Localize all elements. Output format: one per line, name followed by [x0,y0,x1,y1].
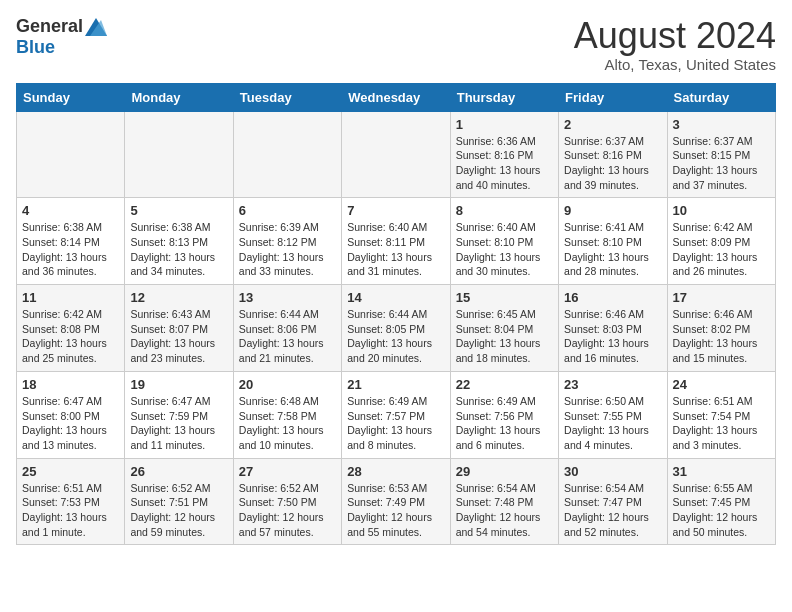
day-number: 8 [456,203,553,218]
day-number: 4 [22,203,119,218]
calendar-header-friday: Friday [559,83,667,111]
day-info: Sunrise: 6:38 AMSunset: 8:13 PMDaylight:… [130,220,227,279]
calendar-cell: 17Sunrise: 6:46 AMSunset: 8:02 PMDayligh… [667,285,775,372]
day-number: 25 [22,464,119,479]
day-number: 31 [673,464,770,479]
day-number: 18 [22,377,119,392]
calendar-week-row: 11Sunrise: 6:42 AMSunset: 8:08 PMDayligh… [17,285,776,372]
calendar-cell: 29Sunrise: 6:54 AMSunset: 7:48 PMDayligh… [450,458,558,545]
calendar-cell: 6Sunrise: 6:39 AMSunset: 8:12 PMDaylight… [233,198,341,285]
day-info: Sunrise: 6:39 AMSunset: 8:12 PMDaylight:… [239,220,336,279]
day-info: Sunrise: 6:48 AMSunset: 7:58 PMDaylight:… [239,394,336,453]
day-info: Sunrise: 6:41 AMSunset: 8:10 PMDaylight:… [564,220,661,279]
page-header: General Blue August 2024 Alto, Texas, Un… [16,16,776,73]
logo: General Blue [16,16,107,58]
day-number: 2 [564,117,661,132]
day-number: 21 [347,377,444,392]
day-info: Sunrise: 6:52 AMSunset: 7:51 PMDaylight:… [130,481,227,540]
day-info: Sunrise: 6:42 AMSunset: 8:09 PMDaylight:… [673,220,770,279]
calendar-header-wednesday: Wednesday [342,83,450,111]
day-info: Sunrise: 6:52 AMSunset: 7:50 PMDaylight:… [239,481,336,540]
day-number: 22 [456,377,553,392]
calendar-cell: 19Sunrise: 6:47 AMSunset: 7:59 PMDayligh… [125,371,233,458]
day-info: Sunrise: 6:45 AMSunset: 8:04 PMDaylight:… [456,307,553,366]
calendar-week-row: 25Sunrise: 6:51 AMSunset: 7:53 PMDayligh… [17,458,776,545]
day-info: Sunrise: 6:44 AMSunset: 8:05 PMDaylight:… [347,307,444,366]
calendar-cell: 18Sunrise: 6:47 AMSunset: 8:00 PMDayligh… [17,371,125,458]
calendar-cell [233,111,341,198]
calendar-header-row: SundayMondayTuesdayWednesdayThursdayFrid… [17,83,776,111]
day-number: 15 [456,290,553,305]
day-number: 19 [130,377,227,392]
day-info: Sunrise: 6:42 AMSunset: 8:08 PMDaylight:… [22,307,119,366]
day-number: 14 [347,290,444,305]
calendar-week-row: 18Sunrise: 6:47 AMSunset: 8:00 PMDayligh… [17,371,776,458]
day-number: 13 [239,290,336,305]
day-info: Sunrise: 6:51 AMSunset: 7:53 PMDaylight:… [22,481,119,540]
day-info: Sunrise: 6:49 AMSunset: 7:57 PMDaylight:… [347,394,444,453]
calendar-cell: 22Sunrise: 6:49 AMSunset: 7:56 PMDayligh… [450,371,558,458]
day-info: Sunrise: 6:38 AMSunset: 8:14 PMDaylight:… [22,220,119,279]
day-number: 27 [239,464,336,479]
calendar-cell: 10Sunrise: 6:42 AMSunset: 8:09 PMDayligh… [667,198,775,285]
calendar-cell: 21Sunrise: 6:49 AMSunset: 7:57 PMDayligh… [342,371,450,458]
day-info: Sunrise: 6:46 AMSunset: 8:03 PMDaylight:… [564,307,661,366]
day-info: Sunrise: 6:53 AMSunset: 7:49 PMDaylight:… [347,481,444,540]
calendar-header-thursday: Thursday [450,83,558,111]
calendar-cell [125,111,233,198]
day-number: 3 [673,117,770,132]
page-subtitle: Alto, Texas, United States [574,56,776,73]
day-number: 5 [130,203,227,218]
calendar-cell: 8Sunrise: 6:40 AMSunset: 8:10 PMDaylight… [450,198,558,285]
day-info: Sunrise: 6:36 AMSunset: 8:16 PMDaylight:… [456,134,553,193]
calendar-cell: 23Sunrise: 6:50 AMSunset: 7:55 PMDayligh… [559,371,667,458]
day-info: Sunrise: 6:40 AMSunset: 8:10 PMDaylight:… [456,220,553,279]
day-info: Sunrise: 6:50 AMSunset: 7:55 PMDaylight:… [564,394,661,453]
day-number: 9 [564,203,661,218]
calendar-cell: 14Sunrise: 6:44 AMSunset: 8:05 PMDayligh… [342,285,450,372]
calendar-header-tuesday: Tuesday [233,83,341,111]
day-number: 20 [239,377,336,392]
day-number: 30 [564,464,661,479]
day-number: 29 [456,464,553,479]
day-info: Sunrise: 6:47 AMSunset: 8:00 PMDaylight:… [22,394,119,453]
calendar-cell: 20Sunrise: 6:48 AMSunset: 7:58 PMDayligh… [233,371,341,458]
logo-general-text: General [16,16,83,37]
day-info: Sunrise: 6:47 AMSunset: 7:59 PMDaylight:… [130,394,227,453]
calendar-header-saturday: Saturday [667,83,775,111]
calendar-cell: 12Sunrise: 6:43 AMSunset: 8:07 PMDayligh… [125,285,233,372]
calendar-cell: 4Sunrise: 6:38 AMSunset: 8:14 PMDaylight… [17,198,125,285]
day-info: Sunrise: 6:49 AMSunset: 7:56 PMDaylight:… [456,394,553,453]
day-info: Sunrise: 6:51 AMSunset: 7:54 PMDaylight:… [673,394,770,453]
calendar-cell: 26Sunrise: 6:52 AMSunset: 7:51 PMDayligh… [125,458,233,545]
calendar-cell: 11Sunrise: 6:42 AMSunset: 8:08 PMDayligh… [17,285,125,372]
day-info: Sunrise: 6:46 AMSunset: 8:02 PMDaylight:… [673,307,770,366]
calendar-cell [342,111,450,198]
page-title: August 2024 [574,16,776,56]
calendar-cell: 9Sunrise: 6:41 AMSunset: 8:10 PMDaylight… [559,198,667,285]
day-number: 10 [673,203,770,218]
calendar-cell: 15Sunrise: 6:45 AMSunset: 8:04 PMDayligh… [450,285,558,372]
calendar-cell: 13Sunrise: 6:44 AMSunset: 8:06 PMDayligh… [233,285,341,372]
calendar-cell: 3Sunrise: 6:37 AMSunset: 8:15 PMDaylight… [667,111,775,198]
day-number: 12 [130,290,227,305]
day-info: Sunrise: 6:44 AMSunset: 8:06 PMDaylight:… [239,307,336,366]
calendar-cell: 5Sunrise: 6:38 AMSunset: 8:13 PMDaylight… [125,198,233,285]
day-info: Sunrise: 6:43 AMSunset: 8:07 PMDaylight:… [130,307,227,366]
calendar-cell: 1Sunrise: 6:36 AMSunset: 8:16 PMDaylight… [450,111,558,198]
calendar-table: SundayMondayTuesdayWednesdayThursdayFrid… [16,83,776,546]
calendar-cell: 25Sunrise: 6:51 AMSunset: 7:53 PMDayligh… [17,458,125,545]
day-number: 6 [239,203,336,218]
day-info: Sunrise: 6:40 AMSunset: 8:11 PMDaylight:… [347,220,444,279]
day-info: Sunrise: 6:55 AMSunset: 7:45 PMDaylight:… [673,481,770,540]
day-number: 17 [673,290,770,305]
title-block: August 2024 Alto, Texas, United States [574,16,776,73]
day-info: Sunrise: 6:37 AMSunset: 8:16 PMDaylight:… [564,134,661,193]
calendar-cell: 30Sunrise: 6:54 AMSunset: 7:47 PMDayligh… [559,458,667,545]
day-number: 16 [564,290,661,305]
day-number: 1 [456,117,553,132]
calendar-cell: 27Sunrise: 6:52 AMSunset: 7:50 PMDayligh… [233,458,341,545]
calendar-header-monday: Monday [125,83,233,111]
calendar-cell [17,111,125,198]
day-number: 28 [347,464,444,479]
